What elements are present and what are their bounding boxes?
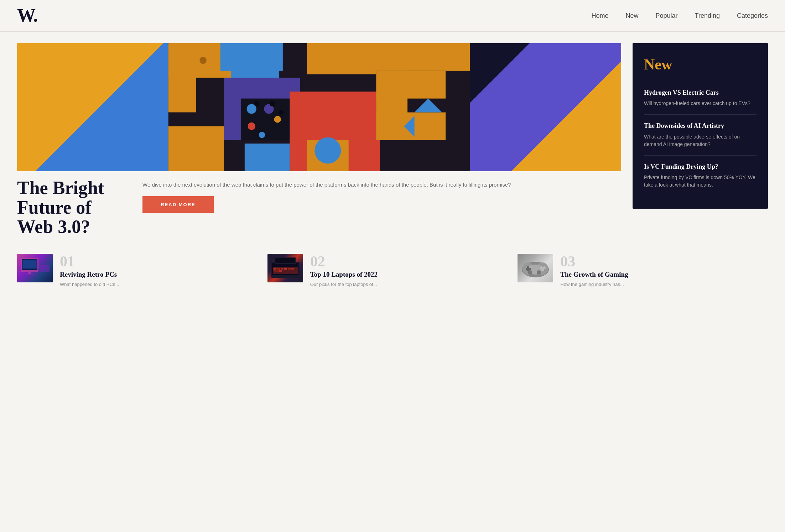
bottom-article-1[interactable]: 01 Reviving Retro PCs What happened to o… xyxy=(17,254,267,288)
new-article-1[interactable]: Hydrogen VS Electric Cars Will hydrogen-… xyxy=(644,82,757,115)
svg-rect-19 xyxy=(376,71,446,99)
svg-rect-22 xyxy=(168,126,224,171)
bottom-article-desc-1: What happened to old PCs... xyxy=(60,281,256,288)
svg-point-17 xyxy=(279,110,284,115)
bottom-article-title-3: The Growth of Gaming xyxy=(560,270,757,279)
main-content: The Bright Future of Web 3.0? We dive in… xyxy=(0,32,785,248)
svg-point-13 xyxy=(248,122,255,130)
new-article-title-3: Is VC Funding Drying Up? xyxy=(644,163,757,171)
svg-rect-40 xyxy=(281,268,284,270)
nav-categories[interactable]: Categories xyxy=(737,12,768,20)
bottom-articles: 01 Reviving Retro PCs What happened to o… xyxy=(0,248,785,299)
svg-point-16 xyxy=(270,101,275,106)
bottom-article-title-2: Top 10 Laptops of 2022 xyxy=(310,270,506,279)
featured-description: We dive into the next evolution of the w… xyxy=(142,181,621,189)
featured-article: The Bright Future of Web 3.0? We dive in… xyxy=(17,43,621,237)
new-article-desc-3: Private funding by VC firms is down 50% … xyxy=(644,174,757,189)
bottom-article-thumb-2 xyxy=(267,254,303,282)
svg-point-25 xyxy=(314,137,341,164)
new-sidebar-heading: New xyxy=(644,56,757,73)
svg-point-15 xyxy=(254,101,260,106)
read-more-button[interactable]: READ MORE xyxy=(142,196,214,213)
gaming-image xyxy=(518,254,553,282)
svg-rect-45 xyxy=(279,270,282,272)
bottom-article-3[interactable]: 03 The Growth of Gaming How the gaming i… xyxy=(518,254,768,288)
svg-rect-9 xyxy=(241,99,290,140)
svg-point-12 xyxy=(274,116,281,122)
bottom-article-desc-2: Our picks for the top laptops of... xyxy=(310,281,506,288)
svg-point-27 xyxy=(199,57,206,64)
bottom-article-2[interactable]: 02 Top 10 Laptops of 2022 Our picks for … xyxy=(267,254,518,288)
laptops-image xyxy=(267,254,303,282)
bottom-article-num-3: 03 xyxy=(560,254,757,269)
bottom-article-num-2: 02 xyxy=(310,254,506,269)
bottom-article-title-1: Reviving Retro PCs xyxy=(60,270,256,279)
svg-rect-34 xyxy=(40,265,50,272)
bottom-article-thumb-3 xyxy=(518,254,553,282)
nav-home[interactable]: Home xyxy=(592,12,609,20)
featured-body: The Bright Future of Web 3.0? We dive in… xyxy=(17,171,621,237)
featured-image xyxy=(17,43,621,171)
featured-title: The Bright Future of Web 3.0? xyxy=(17,178,131,237)
svg-rect-41 xyxy=(284,268,287,270)
nav-trending[interactable]: Trending xyxy=(695,12,720,20)
svg-rect-6 xyxy=(349,43,470,71)
svg-point-14 xyxy=(259,132,265,138)
svg-rect-47 xyxy=(275,258,295,263)
new-article-desc-2: What are the possible adverse effects of… xyxy=(644,133,757,148)
svg-rect-33 xyxy=(25,274,34,275)
svg-point-56 xyxy=(541,268,544,271)
new-article-desc-1: Will hydrogen-fueled cars ever catch up … xyxy=(644,100,757,107)
retro-pc-image xyxy=(17,254,53,282)
bottom-article-content-3: 03 The Growth of Gaming How the gaming i… xyxy=(560,254,757,288)
svg-point-58 xyxy=(537,270,541,275)
new-article-3[interactable]: Is VC Funding Drying Up? Private funding… xyxy=(644,156,757,196)
svg-rect-31 xyxy=(23,260,36,268)
svg-rect-42 xyxy=(288,268,291,270)
new-sidebar: New Hydrogen VS Electric Cars Will hydro… xyxy=(633,43,768,209)
site-header: W. Home New Popular Trending Categories xyxy=(0,0,785,32)
bottom-article-thumb-1 xyxy=(17,254,53,282)
svg-point-57 xyxy=(528,270,532,275)
svg-rect-44 xyxy=(274,270,278,272)
svg-rect-38 xyxy=(274,268,276,270)
bottom-article-content-2: 02 Top 10 Laptops of 2022 Our picks for … xyxy=(310,254,506,288)
svg-rect-24 xyxy=(245,144,290,171)
new-article-2[interactable]: The Downsides of AI Artistry What are th… xyxy=(644,115,757,155)
nav-popular[interactable]: Popular xyxy=(656,12,678,20)
svg-rect-43 xyxy=(291,268,294,270)
main-nav: Home New Popular Trending Categories xyxy=(592,12,768,20)
svg-rect-32 xyxy=(28,272,31,274)
bottom-article-num-1: 01 xyxy=(60,254,256,269)
bottom-article-desc-3: How the gaming industry has... xyxy=(560,281,757,288)
bottom-article-content-1: 01 Reviving Retro PCs What happened to o… xyxy=(60,254,256,288)
new-article-title-1: Hydrogen VS Electric Cars xyxy=(644,89,757,97)
svg-rect-39 xyxy=(277,268,280,270)
nav-new[interactable]: New xyxy=(626,12,639,20)
featured-right: We dive into the next evolution of the w… xyxy=(142,178,621,213)
site-logo[interactable]: W. xyxy=(17,6,37,25)
svg-rect-2 xyxy=(168,43,196,113)
new-article-title-2: The Downsides of AI Artistry xyxy=(644,122,757,130)
